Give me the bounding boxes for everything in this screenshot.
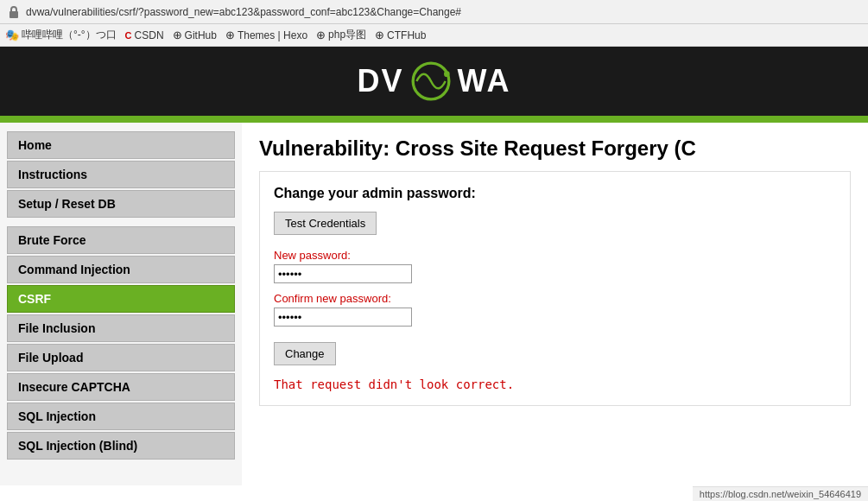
svg-rect-0 [10,11,18,18]
lock-icon [7,5,21,19]
php-icon: ⊕ [316,29,326,41]
sidebar-item-file-inclusion[interactable]: File Inclusion [7,314,235,342]
dvwa-logo-text-left: DV [357,63,403,99]
url-bar[interactable]: dvwa/vulnerabilities/csrf/?password_new=… [26,6,461,18]
bookmark-php-label: php导图 [328,28,366,42]
section-heading: Change your admin password: [274,186,836,201]
page-title: Vulnerability: Cross Site Request Forger… [259,136,851,161]
new-password-label: New password: [274,249,836,262]
dvwa-logo: DV WA [357,60,510,103]
test-credentials-button[interactable]: Test Credentials [274,212,377,235]
hexo-icon: ⊕ [225,29,235,41]
ctfhub-icon: ⊕ [375,29,384,41]
error-message: That request didn't look correct. [274,377,836,391]
bookmark-csdn-label: CSDN [135,29,164,41]
svg-point-2 [444,71,450,77]
sidebar-item-insecure-captcha[interactable]: Insecure CAPTCHA [7,373,235,401]
bookmark-ctfhub[interactable]: ⊕ CTFHub [375,29,426,41]
sidebar-item-sql-injection[interactable]: SQL Injection [7,403,235,430]
bookmark-csdn[interactable]: C CSDN [125,29,164,41]
bookmark-github-label: GitHub [185,29,217,41]
dvwa-header: DV WA [0,47,868,116]
sidebar-item-home[interactable]: Home [7,131,235,159]
confirm-password-label: Confirm new password: [274,292,836,305]
bilibili-icon: 🎭 [5,29,19,41]
main-layout: Home Instructions Setup / Reset DB Brute… [0,123,868,485]
new-password-group: New password: [274,249,836,283]
bookmark-hexo[interactable]: ⊕ Themes | Hexo [225,29,307,41]
sidebar-item-file-upload[interactable]: File Upload [7,344,235,371]
confirm-password-group: Confirm new password: [274,292,836,327]
github-icon: ⊕ [173,29,182,41]
sidebar-item-command-injection[interactable]: Command Injection [7,256,235,283]
sidebar-item-brute-force[interactable]: Brute Force [7,226,235,254]
dvwa-swirl-icon [409,60,453,103]
csdn-icon: C [125,30,132,41]
sidebar-spacer [7,219,235,226]
bookmark-github[interactable]: ⊕ GitHub [173,29,217,41]
bookmark-ctfhub-label: CTFHub [387,29,426,41]
content-area: Vulnerability: Cross Site Request Forger… [242,123,868,485]
bookmark-bilibili-label: 哔哩哔哩（°-°）つ口 [22,28,117,42]
bookmarks-bar: 🎭 哔哩哔哩（°-°）つ口 C CSDN ⊕ GitHub ⊕ Themes |… [0,24,868,47]
bookmark-bilibili[interactable]: 🎭 哔哩哔哩（°-°）つ口 [5,28,117,42]
bookmark-php[interactable]: ⊕ php导图 [316,28,366,42]
browser-bar: dvwa/vulnerabilities/csrf/?password_new=… [0,0,868,24]
sidebar-item-csrf[interactable]: CSRF [7,285,235,313]
confirm-password-input[interactable] [274,308,412,327]
sidebar: Home Instructions Setup / Reset DB Brute… [0,123,242,485]
sidebar-item-sql-injection-blind[interactable]: SQL Injection (Blind) [7,432,235,460]
new-password-input[interactable] [274,264,412,283]
content-box: Change your admin password: Test Credent… [259,171,851,406]
bookmark-hexo-label: Themes | Hexo [238,29,307,41]
dvwa-logo-text-right: WA [458,63,511,99]
sidebar-item-setup[interactable]: Setup / Reset DB [7,190,235,218]
green-bar [0,116,868,123]
change-button[interactable]: Change [274,342,336,365]
sidebar-item-instructions[interactable]: Instructions [7,161,235,188]
